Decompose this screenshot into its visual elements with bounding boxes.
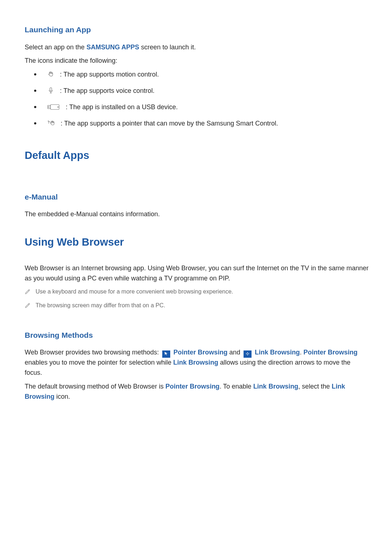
svg-point-6 — [247, 353, 248, 354]
note-text: The browsing screen may differ from that… — [36, 301, 165, 310]
notes-block: Use a keyboard and mouse for a more conv… — [25, 287, 369, 311]
heading-e-manual: e-Manual — [25, 191, 369, 203]
paragraph-e-manual: The embedded e-Manual contains informati… — [25, 209, 369, 219]
term-samsung-apps: SAMSUNG APPS — [86, 44, 139, 51]
term-pointer-browsing: Pointer Browsing — [303, 349, 358, 356]
microphone-icon — [47, 87, 54, 97]
list-item: : The app supports a pointer that can mo… — [34, 119, 369, 130]
paragraph-browsing-methods-2: The default browsing method of Web Brows… — [25, 382, 369, 402]
heading-browsing-methods: Browsing Methods — [25, 329, 369, 341]
text: icon. — [54, 393, 70, 400]
text: and — [228, 349, 242, 356]
text: , select the — [298, 383, 332, 390]
paragraph-launch-intro: Select an app on the SAMSUNG APPS screen… — [25, 42, 369, 53]
term-link-browsing: Link Browsing — [173, 359, 218, 366]
pencil-note-icon — [25, 288, 30, 297]
usb-device-icon — [47, 103, 60, 114]
icon-meaning-list: : The app supports motion control. : The… — [25, 70, 369, 130]
text: Select an app on the — [25, 44, 86, 51]
paragraph-web-browser: Web Browser is an Internet browsing app.… — [25, 263, 369, 284]
list-item-text: : The app is installed on a USB device. — [66, 103, 178, 111]
link-browsing-icon — [244, 350, 252, 358]
list-item: : The app is installed on a USB device. — [34, 102, 369, 114]
term-link-browsing: Link Browsing — [253, 383, 298, 390]
term-pointer-browsing: Pointer Browsing — [166, 383, 220, 390]
pointer-hand-icon — [47, 119, 55, 130]
text: Web Browser provides two browsing method… — [25, 349, 161, 356]
pointer-browsing-icon — [162, 350, 170, 358]
text: enables you to move the pointer for sele… — [25, 359, 173, 366]
list-item-text: : The app supports motion control. — [60, 71, 159, 78]
list-item-text: : The app supports a pointer that can mo… — [61, 120, 278, 127]
list-item: : The app supports voice control. — [34, 86, 369, 97]
heading-using-web-browser: Using Web Browser — [25, 234, 369, 250]
svg-point-5 — [58, 107, 59, 108]
text: The default browsing method of Web Brows… — [25, 383, 166, 390]
list-item: : The app supports motion control. — [34, 70, 369, 81]
heading-launching-an-app: Launching an App — [25, 24, 369, 36]
text: . To enable — [220, 383, 253, 390]
hand-motion-icon — [47, 70, 54, 81]
svg-rect-0 — [50, 88, 52, 91]
text: . — [300, 349, 303, 356]
note-text: Use a keyboard and mouse for a more conv… — [36, 287, 233, 296]
paragraph-browsing-methods-1: Web Browser provides two browsing method… — [25, 348, 369, 378]
paragraph-icons-lead: The icons indicate the following: — [25, 56, 369, 66]
note-row: The browsing screen may differ from that… — [25, 301, 369, 311]
svg-rect-4 — [50, 104, 59, 110]
term-link-browsing: Link Browsing — [255, 349, 300, 356]
heading-default-apps: Default Apps — [25, 147, 369, 164]
note-row: Use a keyboard and mouse for a more conv… — [25, 287, 369, 297]
term-pointer-browsing: Pointer Browsing — [173, 349, 228, 356]
text: screen to launch it. — [139, 44, 196, 51]
list-item-text: : The app supports voice control. — [60, 87, 155, 94]
pencil-note-icon — [25, 302, 30, 311]
